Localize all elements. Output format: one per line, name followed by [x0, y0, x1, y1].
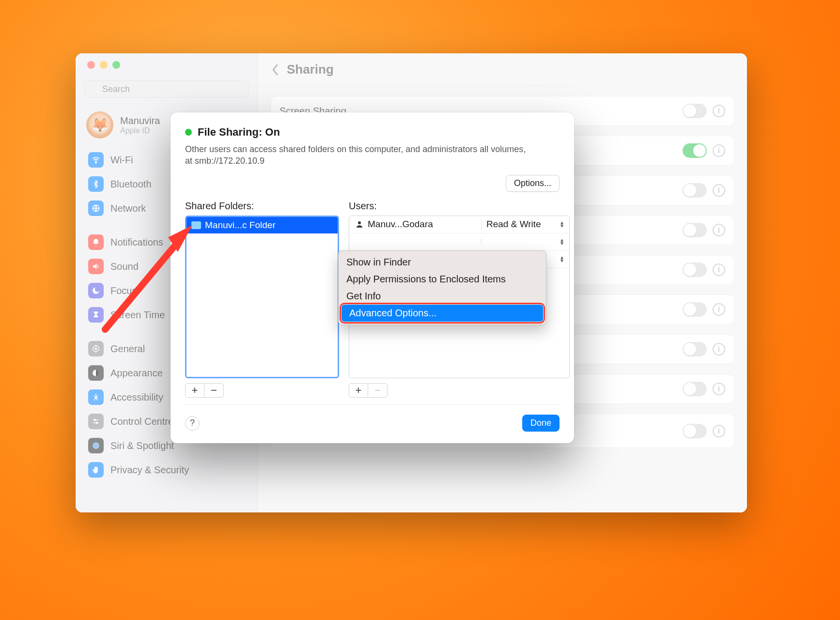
- menu-item-apply-permissions-to-enclosed-items[interactable]: Apply Permissions to Enclosed Items: [339, 271, 546, 288]
- chevron-updown-icon: ▴▾: [560, 238, 563, 245]
- permission-selector[interactable]: ▴▾: [481, 238, 563, 245]
- info-icon[interactable]: i: [713, 184, 725, 197]
- status-dot-icon: [185, 129, 192, 136]
- permission-selector[interactable]: Read & Write ▴▾: [481, 219, 563, 230]
- search-wrap: [76, 77, 257, 105]
- folder-icon: [191, 221, 201, 229]
- zoom-window-button[interactable]: [112, 61, 120, 69]
- sidebar-item-label: Appearance: [110, 368, 163, 379]
- folder-name: Manuvi...c Folder: [205, 220, 276, 231]
- toggle[interactable]: [683, 382, 707, 396]
- info-icon[interactable]: i: [713, 343, 725, 356]
- account-sub: Apple ID: [120, 126, 160, 135]
- control-icon: [88, 414, 104, 429]
- add-user-button[interactable]: +: [349, 383, 368, 398]
- menu-item-show-in-finder[interactable]: Show in Finder: [339, 254, 546, 271]
- users-label: Users:: [349, 201, 570, 212]
- info-icon[interactable]: i: [713, 224, 725, 236]
- moon-icon: [88, 283, 104, 298]
- sidebar-item-label: Notifications: [110, 237, 163, 248]
- hand-icon: [88, 462, 104, 478]
- toggle[interactable]: [683, 302, 707, 317]
- avatar: 🦊: [86, 111, 113, 139]
- minimize-window-button[interactable]: [100, 61, 108, 69]
- person-icon: [355, 220, 364, 229]
- help-button[interactable]: ?: [185, 416, 200, 431]
- info-icon[interactable]: i: [713, 144, 725, 157]
- sidebar-item-label: Bluetooth: [110, 179, 152, 190]
- context-menu: Show in FinderApply Permissions to Enclo…: [338, 250, 546, 325]
- svg-point-12: [358, 221, 361, 224]
- gear-icon: [88, 341, 104, 356]
- sidebar-item-label: Privacy & Security: [110, 465, 189, 476]
- remove-folder-button[interactable]: −: [204, 383, 224, 398]
- user-row[interactable]: ▴▾: [349, 233, 569, 251]
- sidebar-item-label: Focus: [110, 285, 137, 296]
- chevron-updown-icon: ▴▾: [560, 256, 563, 263]
- permission-value: Read & Write: [486, 219, 541, 230]
- add-folder-button[interactable]: +: [185, 383, 204, 398]
- sidebar-item-label: Wi-Fi: [110, 155, 133, 166]
- toggle[interactable]: [683, 424, 707, 438]
- user-name: Manuv...Godara: [368, 219, 433, 230]
- sidebar-item-privacy-security[interactable]: Privacy & Security: [83, 458, 249, 481]
- siri-icon: [88, 438, 104, 453]
- account-name: Manuvira: [120, 115, 160, 126]
- svg-point-8: [94, 419, 95, 421]
- svg-point-11: [93, 442, 99, 449]
- close-window-button[interactable]: [87, 61, 95, 69]
- info-icon[interactable]: i: [713, 303, 725, 316]
- info-icon[interactable]: i: [713, 425, 725, 437]
- sidebar-item-label: General: [110, 343, 145, 355]
- sheet-description: Other users can access shared folders on…: [185, 143, 534, 167]
- shared-folders-label: Shared Folders:: [185, 201, 339, 212]
- info-icon[interactable]: i: [713, 105, 725, 117]
- svg-point-4: [95, 348, 97, 350]
- bell-icon: [88, 234, 104, 250]
- toggle[interactable]: [683, 104, 707, 118]
- appearance-icon: [88, 365, 104, 381]
- search-input[interactable]: [84, 80, 249, 98]
- menu-item-get-info[interactable]: Get Info: [339, 288, 546, 305]
- page-title: Sharing: [287, 62, 334, 77]
- sidebar-item-label: Siri & Spotlight: [110, 440, 174, 451]
- shared-folders-list[interactable]: Manuvi...c Folder: [185, 216, 339, 378]
- sheet-title: File Sharing: On: [198, 126, 280, 139]
- toggle[interactable]: [683, 223, 707, 237]
- sidebar-item-label: Network: [110, 203, 146, 214]
- toggle[interactable]: [683, 143, 707, 158]
- back-button[interactable]: [271, 63, 279, 76]
- user-row[interactable]: Manuv...Godara Read & Write ▴▾: [349, 216, 569, 233]
- menu-item-advanced-options[interactable]: Advanced Options...: [342, 305, 543, 322]
- window-controls: [76, 53, 257, 77]
- info-icon[interactable]: i: [713, 264, 725, 276]
- svg-point-10: [96, 422, 98, 424]
- content-header: Sharing: [258, 53, 747, 86]
- bluetooth-icon: [88, 176, 104, 192]
- hourglass-icon: [88, 307, 104, 323]
- svg-point-2: [95, 162, 96, 163]
- globe-icon: [88, 201, 104, 216]
- speaker-icon: [88, 259, 104, 274]
- toggle[interactable]: [683, 342, 707, 356]
- remove-user-button: −: [368, 383, 388, 398]
- svg-point-6: [95, 394, 97, 395]
- sidebar-item-label: Screen Time: [110, 310, 165, 321]
- info-icon[interactable]: i: [713, 383, 725, 395]
- toggle[interactable]: [683, 183, 707, 198]
- accessibility-icon: [88, 389, 104, 405]
- chevron-updown-icon: ▴▾: [560, 221, 563, 228]
- shared-folder-item[interactable]: Manuvi...c Folder: [187, 217, 338, 233]
- toggle[interactable]: [683, 263, 707, 277]
- options-button[interactable]: Options...: [506, 175, 560, 192]
- sidebar-item-label: Sound: [110, 261, 139, 272]
- wifi-icon: [88, 152, 104, 168]
- done-button[interactable]: Done: [522, 415, 560, 432]
- sidebar-item-label: Accessibility: [110, 392, 163, 403]
- sidebar-item-label: Control Centre: [110, 416, 173, 427]
